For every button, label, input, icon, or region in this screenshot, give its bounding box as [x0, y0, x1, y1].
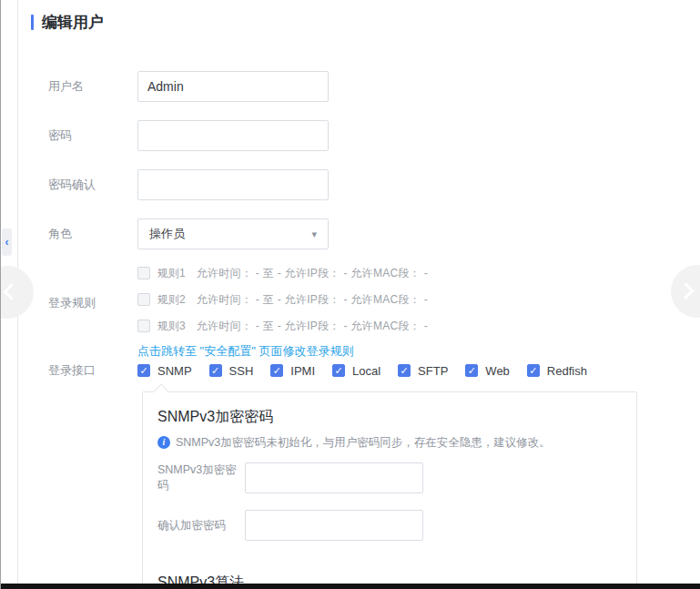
rule-name: 规则3	[157, 319, 186, 334]
snmpv3-password-label: SNMPv3加密密码	[157, 462, 245, 493]
rule-detail: 允许时间： - 至 - 允许IP段： - 允许MAC段： -	[197, 319, 428, 334]
checkbox-unchecked-icon[interactable]	[137, 267, 150, 279]
checkbox-checked-icon[interactable]: ✓	[137, 364, 150, 377]
interface-label: Redfish	[547, 364, 587, 378]
interface-label: SSH	[229, 364, 254, 378]
snmpv3-info-text: SNMPv3加密密码未初始化，与用户密码同步，存在安全隐患，建议修改。	[176, 435, 551, 450]
username-label: 用户名	[48, 78, 137, 95]
snmpv3-password-panel: SNMPv3加密密码 i SNMPv3加密密码未初始化，与用户密码同步，存在安全…	[142, 391, 637, 589]
carousel-prev-button[interactable]	[0, 266, 34, 319]
role-label: 角色	[48, 226, 137, 242]
chevron-left-icon: ‹	[5, 237, 9, 248]
interface-label: Web	[485, 364, 510, 378]
login-rule-row-2[interactable]: 规则2 允许时间： - 至 - 允许IP段： - 允许MAC段： -	[137, 290, 428, 309]
checkbox-checked-icon[interactable]: ✓	[398, 364, 411, 377]
checkbox-checked-icon[interactable]: ✓	[332, 364, 345, 377]
interface-label: Local	[352, 364, 380, 378]
sidebar-collapse-tab[interactable]: ‹	[2, 228, 12, 256]
checkbox-checked-icon[interactable]: ✓	[270, 364, 283, 377]
snmpv3-password-input[interactable]	[245, 462, 423, 493]
interface-label: IPMI	[290, 364, 315, 378]
login-rules-list: 规则1 允许时间： - 至 - 允许IP段： - 允许MAC段： - 规则2 允…	[137, 264, 428, 360]
snmpv3-password-confirm-label: 确认加密密码	[157, 518, 245, 533]
login-interfaces-section: 登录接口 ✓ SNMP ✓ SSH ✓ IPMI ✓ Local ✓ SFTP	[48, 358, 604, 383]
carousel-next-button[interactable]	[671, 265, 700, 318]
role-select-value: 操作员	[149, 226, 185, 242]
edit-user-page: 编辑用户 用户名 密码 密码确认 角色 操作员 ▾ 登录规则 规则1	[0, 0, 700, 589]
checkbox-checked-icon[interactable]: ✓	[527, 364, 540, 377]
snmpv3-panel-title: SNMPv3加密密码	[157, 408, 622, 427]
snmpv3-password-confirm-row: 确认加密密码	[157, 510, 622, 541]
login-rule-row-3[interactable]: 规则3 允许时间： - 至 - 允许IP段： - 允许MAC段： -	[137, 317, 428, 335]
role-select[interactable]: 操作员 ▾	[137, 218, 329, 249]
interface-label: SNMP	[157, 364, 192, 378]
username-row: 用户名	[48, 71, 329, 102]
checkbox-checked-icon[interactable]: ✓	[465, 364, 478, 377]
interface-checkbox-sftp[interactable]: ✓ SFTP	[398, 364, 448, 378]
rule-detail: 允许时间： - 至 - 允许IP段： - 允许MAC段： -	[197, 266, 428, 281]
chevron-right-icon	[677, 282, 694, 299]
interface-label: SFTP	[418, 364, 448, 378]
caret-down-icon: ▾	[311, 229, 317, 239]
password-label: 密码	[48, 127, 137, 144]
rule-name: 规则2	[157, 292, 186, 308]
interface-checkbox-ipmi[interactable]: ✓ IPMI	[270, 364, 315, 378]
panel-pointer-notch	[154, 384, 169, 400]
password-row: 密码	[48, 120, 329, 151]
snmpv3-password-row: SNMPv3加密密码	[157, 462, 622, 493]
login-interfaces-label: 登录接口	[48, 362, 137, 379]
interface-checkbox-local[interactable]: ✓ Local	[332, 364, 380, 378]
page-header: 编辑用户	[31, 12, 104, 33]
role-row: 角色 操作员 ▾	[48, 218, 329, 249]
password-confirm-input[interactable]	[137, 169, 329, 200]
title-accent-bar	[31, 15, 34, 30]
rule-name: 规则1	[157, 266, 186, 281]
snmpv3-password-confirm-input[interactable]	[245, 510, 423, 541]
username-input[interactable]	[137, 71, 329, 102]
checkbox-unchecked-icon[interactable]	[137, 293, 150, 306]
bottom-window-edge	[1, 584, 700, 589]
interface-checkbox-redfish[interactable]: ✓ Redfish	[527, 364, 587, 378]
checkbox-checked-icon[interactable]: ✓	[209, 364, 222, 377]
login-rules-label: 登录规则	[48, 295, 137, 360]
chevron-left-icon	[3, 283, 19, 300]
login-interfaces-list: ✓ SNMP ✓ SSH ✓ IPMI ✓ Local ✓ SFTP ✓ Web	[137, 364, 604, 378]
password-confirm-label: 密码确认	[48, 177, 137, 193]
interface-checkbox-snmp[interactable]: ✓ SNMP	[137, 364, 192, 378]
interface-checkbox-ssh[interactable]: ✓ SSH	[209, 364, 254, 378]
user-form: 用户名 密码 密码确认 角色 操作员 ▾	[48, 71, 329, 268]
snmpv3-info-row: i SNMPv3加密密码未初始化，与用户密码同步，存在安全隐患，建议修改。	[157, 435, 622, 450]
login-rules-section: 登录规则 规则1 允许时间： - 至 - 允许IP段： - 允许MAC段： - …	[48, 264, 428, 360]
page-title: 编辑用户	[42, 12, 104, 33]
info-icon: i	[157, 436, 170, 449]
rule-detail: 允许时间： - 至 - 允许IP段： - 允许MAC段： -	[197, 292, 428, 308]
interface-checkbox-web[interactable]: ✓ Web	[465, 364, 510, 378]
password-confirm-row: 密码确认	[48, 169, 329, 200]
checkbox-unchecked-icon[interactable]	[137, 320, 150, 332]
password-input[interactable]	[137, 120, 329, 151]
login-rule-row-1[interactable]: 规则1 允许时间： - 至 - 允许IP段： - 允许MAC段： -	[137, 264, 428, 282]
